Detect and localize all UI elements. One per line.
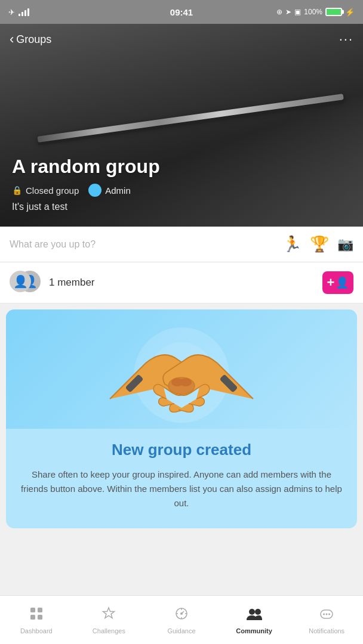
members-avatar: 👤 👤	[10, 271, 42, 295]
challenges-label: Challenges	[93, 627, 125, 634]
svg-point-22	[326, 613, 328, 615]
charging-icon: ⚡	[345, 8, 355, 17]
direction-icon: ➤	[285, 8, 291, 16]
community-label: Community	[236, 627, 272, 634]
svg-point-23	[328, 613, 330, 615]
handshake-illustration	[6, 309, 357, 429]
signal-bars	[19, 8, 29, 16]
svg-rect-9	[30, 615, 35, 620]
back-button[interactable]: ‹ Groups	[10, 32, 51, 47]
card-body: New group created Share often to keep yo…	[6, 429, 357, 510]
admin-dot	[88, 184, 101, 197]
svg-rect-7	[30, 608, 35, 612]
svg-point-6	[180, 378, 192, 386]
image-icon: ▣	[294, 8, 301, 16]
tab-dashboard[interactable]: Dashboard	[0, 596, 73, 644]
avatar-1: 👤	[10, 271, 31, 292]
svg-rect-8	[38, 608, 42, 612]
battery-icon	[325, 8, 342, 16]
tab-bar: Dashboard Challenges Guidance	[0, 595, 363, 644]
status-right: ⊕ ➤ ▣ 100% ⚡	[276, 8, 355, 17]
status-left: ✈	[8, 8, 29, 17]
dashboard-icon	[29, 606, 44, 625]
post-input-bar: What are you up to? 🏃 🏆 📷	[0, 227, 363, 262]
svg-line-17	[182, 611, 184, 614]
svg-rect-10	[38, 615, 42, 620]
closed-group-label: 🔒 Closed group	[12, 185, 79, 196]
trophy-icon[interactable]: 🏆	[310, 235, 329, 253]
back-chevron-icon: ‹	[10, 32, 14, 47]
card-description: Share often to keep your group inspired.…	[18, 467, 345, 510]
hero-content: A random group 🔒 Closed group Admin It's…	[12, 156, 351, 212]
admin-badge: Admin	[88, 184, 131, 197]
group-title: A random group	[12, 156, 351, 178]
admin-label: Admin	[105, 185, 131, 196]
guidance-label: Guidance	[167, 627, 195, 634]
card-image	[6, 309, 357, 429]
card-title: New group created	[18, 441, 345, 459]
add-member-button[interactable]: + 👤	[322, 271, 353, 294]
post-action-icons: 🏃 🏆 📷	[282, 235, 353, 253]
person-add-icon: 👤	[336, 276, 349, 289]
status-bar: ✈ 09:41 ⊕ ➤ ▣ 100% ⚡	[0, 0, 363, 24]
closed-label-text: Closed group	[26, 185, 79, 196]
member-count: 1 member	[49, 277, 95, 289]
tab-challenges[interactable]: Challenges	[73, 596, 146, 644]
tab-guidance[interactable]: Guidance	[145, 596, 218, 644]
notifications-icon	[319, 606, 334, 625]
community-icon	[246, 606, 263, 625]
svg-point-21	[323, 613, 325, 615]
members-bar: 👤 👤 1 member + 👤	[0, 262, 363, 304]
svg-point-18	[249, 609, 255, 615]
more-button[interactable]: ···	[339, 32, 353, 47]
nav-bar: ‹ Groups ···	[0, 24, 363, 55]
back-label: Groups	[16, 33, 51, 46]
members-left: 👤 👤 1 member	[10, 271, 95, 295]
battery-percent: 100%	[304, 8, 322, 16]
guidance-icon	[174, 606, 189, 625]
post-placeholder[interactable]: What are you up to?	[10, 239, 282, 250]
hero-section: ‹ Groups ··· A random group 🔒 Closed gro…	[0, 24, 363, 227]
lock-icon: 🔒	[12, 185, 22, 195]
status-time: 09:41	[170, 7, 193, 17]
plus-icon: +	[327, 275, 335, 290]
tab-notifications[interactable]: Notifications	[290, 596, 363, 644]
notifications-label: Notifications	[309, 627, 344, 634]
hero-meta: 🔒 Closed group Admin	[12, 184, 351, 197]
new-group-card: New group created Share often to keep yo…	[6, 309, 357, 528]
airplane-icon: ✈	[8, 8, 15, 17]
challenges-icon	[101, 606, 116, 625]
svg-point-19	[255, 609, 261, 615]
camera-icon[interactable]: 📷	[337, 237, 353, 252]
person-icon-1: 👤	[13, 274, 28, 289]
activity-icon[interactable]: 🏃	[282, 235, 302, 253]
location-icon: ⊕	[276, 8, 282, 16]
group-description: It's just a test	[12, 202, 351, 212]
dashboard-label: Dashboard	[20, 627, 53, 634]
tab-community[interactable]: Community	[218, 596, 291, 644]
